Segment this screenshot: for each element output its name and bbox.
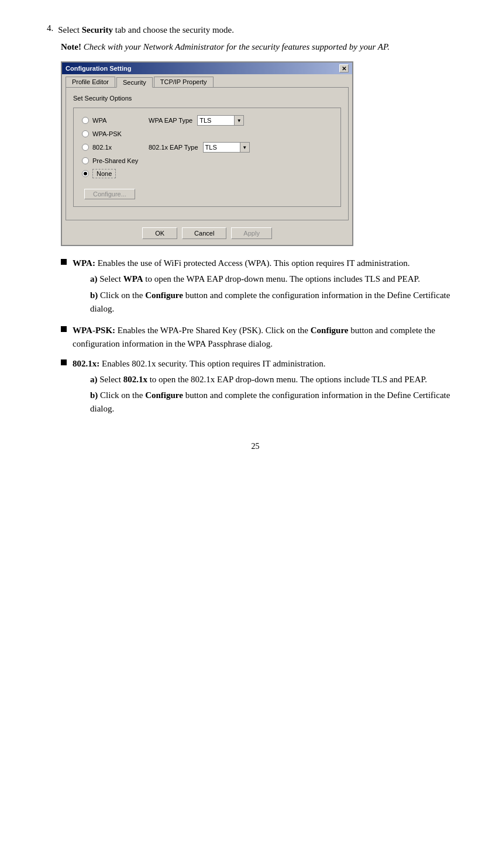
bullet-bold-wpa: WPA: <box>73 258 95 268</box>
sub-a-letter-8021x: a) <box>90 375 98 384</box>
bullet-icon-wpapsk <box>61 326 67 332</box>
8021x-eap-dropdown[interactable]: TLS ▼ <box>203 142 250 153</box>
sub-item-wpa-b: b) Click on the Configure button and com… <box>90 289 464 316</box>
step-line: 4. Select Security tab and choose the se… <box>47 23 464 37</box>
options-box: WPA WPA EAP Type TLS ▼ WPA-PSK <box>73 108 341 207</box>
configure-button[interactable]: Configure... <box>84 189 135 199</box>
eap-label-wpa: WPA EAP Type <box>149 117 192 124</box>
radio-row-psk: Pre-Shared Key <box>82 157 332 164</box>
dialog-close-button[interactable]: ✕ <box>339 64 349 72</box>
configuration-dialog: Configuration Setting ✕ Profile Editor S… <box>61 61 353 246</box>
note-line: Note! Check with your Network Administra… <box>61 40 464 54</box>
ok-button[interactable]: OK <box>142 227 177 239</box>
radio-psk[interactable] <box>82 157 89 164</box>
wpa-eap-dropdown[interactable]: TLS ▼ <box>197 115 244 126</box>
sub-b-letter: b) <box>90 291 98 300</box>
radio-row-8021x: 802.1x 802.1x EAP Type TLS ▼ <box>82 142 332 153</box>
bullet-icon-8021x <box>61 359 67 365</box>
apply-button[interactable]: Apply <box>231 227 272 239</box>
dialog-titlebar: Configuration Setting ✕ <box>62 63 352 74</box>
sub-b-bold-8021x: Configure <box>145 390 183 400</box>
bullet-item-8021x: 802.1x: Enables 802.1x security. This op… <box>61 357 464 419</box>
dialog-footer: OK Cancel Apply <box>62 224 352 245</box>
step-number: 4. <box>47 23 53 37</box>
section-label: Set Security Options <box>73 95 341 102</box>
tab-security[interactable]: Security <box>116 77 153 88</box>
bullet-content-wpapsk: WPA-PSK: Enables the WPA-Pre Shared Key … <box>73 324 464 351</box>
bullet-item-wpa: WPA: Enables the use of WiFi protected A… <box>61 257 464 318</box>
radio-row-none: None <box>82 169 332 178</box>
dialog-wrapper: Configuration Setting ✕ Profile Editor S… <box>61 61 464 246</box>
radio-label-wpa: WPA <box>92 117 133 124</box>
dialog-tabs: Profile Editor Security TCP/IP Property <box>62 74 352 87</box>
sub-item-8021x-b: b) Click on the Configure button and com… <box>90 389 464 416</box>
radio-none[interactable] <box>82 170 89 177</box>
radio-8021x[interactable] <box>82 144 89 151</box>
eap-label-8021x: 802.1x EAP Type <box>149 144 198 151</box>
8021x-eap-value: TLS <box>204 144 240 151</box>
eap-group-wpa: WPA EAP Type TLS ▼ <box>149 115 244 126</box>
sub-items-wpa: a) Select WPA to open the WPA EAP drop-d… <box>90 272 464 316</box>
bullet-bold-wpapsk: WPA-PSK: <box>73 326 115 335</box>
dialog-content: Set Security Options WPA WPA EAP Type TL… <box>66 87 349 220</box>
sub-a-bold: WPA <box>123 274 143 283</box>
sub-b-letter-8021x: b) <box>90 390 98 400</box>
radio-wpapsk[interactable] <box>82 130 89 137</box>
sub-item-8021x-a: a) Select 802.1x to open the 802.1x EAP … <box>90 373 464 386</box>
bullet-content-wpa: WPA: Enables the use of WiFi protected A… <box>73 257 464 318</box>
radio-label-none: None <box>92 169 116 178</box>
radio-label-psk: Pre-Shared Key <box>92 157 138 164</box>
radio-row-wpapsk: WPA-PSK <box>82 130 332 137</box>
radio-label-wpapsk: WPA-PSK <box>92 130 133 137</box>
bullet-content-8021x: 802.1x: Enables 802.1x security. This op… <box>73 357 464 419</box>
sub-b-bold: Configure <box>145 291 183 300</box>
bullet-icon-wpa <box>61 259 67 265</box>
radio-row-wpa: WPA WPA EAP Type TLS ▼ <box>82 115 332 126</box>
wpa-eap-value: TLS <box>198 117 234 124</box>
step-bold: Security <box>82 25 113 34</box>
dialog-title: Configuration Setting <box>66 65 131 72</box>
sub-items-8021x: a) Select 802.1x to open the 802.1x EAP … <box>90 373 464 416</box>
eap-group-8021x: 802.1x EAP Type TLS ▼ <box>149 142 250 153</box>
radio-label-8021x: 802.1x <box>92 144 133 151</box>
sub-a-bold-8021x: 802.1x <box>123 375 147 384</box>
bullet-list: WPA: Enables the use of WiFi protected A… <box>61 257 464 419</box>
step-text: Select Security tab and choose the secur… <box>58 23 234 37</box>
bullet-configure-wpapsk: Configure <box>311 326 349 335</box>
radio-wpa[interactable] <box>82 117 89 124</box>
bullet-bold-8021x: 802.1x: <box>73 359 99 368</box>
tab-tcpip[interactable]: TCP/IP Property <box>154 77 214 87</box>
note-label: Note! <box>61 42 81 51</box>
cancel-button[interactable]: Cancel <box>182 227 226 239</box>
sub-a-letter: a) <box>90 274 98 283</box>
bullet-item-wpapsk: WPA-PSK: Enables the WPA-Pre Shared Key … <box>61 324 464 351</box>
sub-item-wpa-a: a) Select WPA to open the WPA EAP drop-d… <box>90 272 464 286</box>
8021x-eap-arrow[interactable]: ▼ <box>240 143 249 152</box>
page-number: 25 <box>47 442 464 451</box>
note-text: Check with your Network Administrator fo… <box>81 42 390 51</box>
tab-profile-editor[interactable]: Profile Editor <box>66 77 115 87</box>
wpa-eap-arrow[interactable]: ▼ <box>234 116 243 125</box>
